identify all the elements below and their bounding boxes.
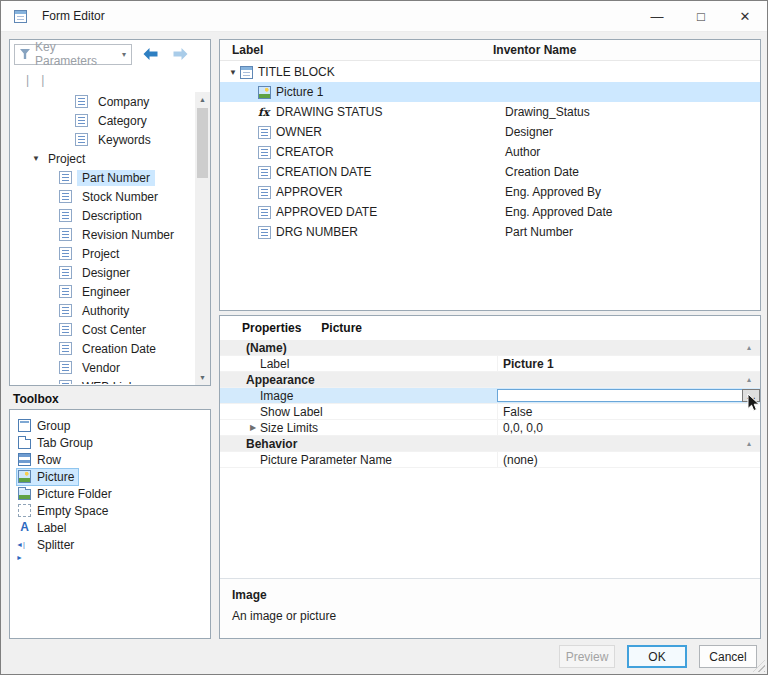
- titlebar: Form Editor — □ ✕: [1, 1, 767, 32]
- tree-item[interactable]: Authority: [11, 301, 194, 320]
- tree-item[interactable]: Stock Number: [11, 187, 194, 206]
- tree-item[interactable]: Description: [11, 206, 194, 225]
- property-value[interactable]: …: [497, 389, 760, 402]
- preview-button[interactable]: Preview: [559, 645, 615, 668]
- expander-icon[interactable]: ▼: [226, 68, 240, 77]
- property-label: (Name): [220, 341, 287, 355]
- form-tree-row[interactable]: ▼ TITLE BLOCK: [220, 62, 760, 82]
- tree-item[interactable]: ▼ Project: [11, 149, 194, 168]
- form-structure-panel: Label Inventor Name ▼ TITLE BLOCK Pictur…: [219, 39, 761, 311]
- toolbox-item[interactable]: Group: [10, 417, 210, 434]
- property-icon: [59, 228, 72, 241]
- toolbox-item[interactable]: Picture Folder: [10, 485, 210, 502]
- scrollbar-thumb[interactable]: [197, 108, 208, 178]
- collapse-icon[interactable]: ▴: [747, 343, 751, 352]
- toolbox-item-label: Picture: [37, 470, 74, 484]
- column-header-inventor-name[interactable]: Inventor Name: [493, 43, 576, 57]
- column-header-label[interactable]: Label: [220, 43, 493, 57]
- properties-subtitle: Picture: [321, 321, 362, 335]
- row-label: Picture 1: [276, 85, 323, 99]
- cancel-button[interactable]: Cancel: [699, 645, 757, 668]
- form-tree-row[interactable]: OWNER Designer: [220, 122, 760, 142]
- tree-item[interactable]: Project: [11, 244, 194, 263]
- row-label: DRG NUMBER: [276, 225, 358, 239]
- toolbox-item[interactable]: Picture: [10, 468, 210, 485]
- form-tree-row[interactable]: DRAWING STATUS Drawing_Status: [220, 102, 760, 122]
- property-row[interactable]: Image … ▴: [220, 388, 760, 404]
- row-label: APPROVER: [276, 185, 343, 199]
- collapse-icon[interactable]: ▴: [747, 375, 751, 384]
- property-icon: [59, 323, 72, 336]
- form-tree-row[interactable]: Picture 1: [220, 82, 760, 102]
- property-label: Picture Parameter Name: [260, 453, 497, 467]
- tree-item[interactable]: Engineer: [11, 282, 194, 301]
- expander-icon[interactable]: ▼: [29, 154, 43, 163]
- tree-item[interactable]: Part Number: [11, 168, 194, 187]
- property-row[interactable]: ▶ Size Limits 0,0, 0,0 … ▴: [220, 420, 760, 436]
- form-tree-row[interactable]: DRG NUMBER Part Number: [220, 222, 760, 242]
- tree-item-label: Company: [93, 94, 154, 110]
- row-icon: [258, 186, 271, 199]
- tree-item[interactable]: Company: [11, 92, 194, 111]
- scroll-down-icon[interactable]: ▼: [195, 370, 210, 385]
- tree-item-label: Project: [77, 246, 124, 262]
- toolbox-item-icon: [18, 521, 31, 534]
- toolbox-item[interactable]: Splitter: [10, 536, 210, 553]
- tree-item[interactable]: Category: [11, 111, 194, 130]
- ok-button[interactable]: OK: [627, 645, 687, 668]
- tree-item[interactable]: Creation Date: [11, 339, 194, 358]
- tree-item[interactable]: Vendor: [11, 358, 194, 377]
- row-label: OWNER: [276, 125, 322, 139]
- property-value[interactable]: 0,0, 0,0 …: [497, 420, 760, 435]
- forward-button[interactable]: [168, 44, 192, 64]
- row-icon: [240, 66, 253, 79]
- row-inventor-name: Creation Date: [505, 165, 579, 179]
- tab[interactable]: [20, 73, 35, 87]
- tree-item[interactable]: Keywords: [11, 130, 194, 149]
- form-tree-row[interactable]: CREATOR Author: [220, 142, 760, 162]
- form-tree-row[interactable]: APPROVED DATE Eng. Approved Date: [220, 202, 760, 222]
- property-row[interactable]: Label Picture 1 … ▴: [220, 356, 760, 372]
- expander-icon[interactable]: ▶: [246, 423, 260, 432]
- tab[interactable]: [35, 73, 50, 87]
- toolbox-item[interactable]: Row: [10, 451, 210, 468]
- property-value[interactable]: Picture 1 …: [497, 356, 760, 371]
- toolbox-item[interactable]: Tab Group: [10, 434, 210, 451]
- form-tree-row[interactable]: APPROVER Eng. Approved By: [220, 182, 760, 202]
- row-icon: [258, 106, 271, 119]
- tree-item[interactable]: Cost Center: [11, 320, 194, 339]
- toolbox-item-label: Label: [37, 521, 66, 535]
- scroll-up-icon[interactable]: ▲: [195, 92, 210, 107]
- property-row[interactable]: Show Label False … ▴: [220, 404, 760, 420]
- description-text: An image or picture: [232, 609, 748, 623]
- tree-item-label: Designer: [77, 265, 135, 281]
- property-row[interactable]: Behavior … ▴: [220, 436, 760, 452]
- collapse-icon[interactable]: ▴: [747, 439, 751, 448]
- row-icon: [258, 86, 271, 99]
- minimize-button[interactable]: —: [635, 1, 679, 31]
- property-icon: [75, 114, 88, 127]
- property-row[interactable]: (Name) … ▴: [220, 340, 760, 356]
- tree-scrollbar[interactable]: ▲ ▼: [195, 92, 210, 385]
- toolbox-title: Toolbox: [13, 392, 59, 406]
- tree-item-label: Keywords: [93, 132, 156, 148]
- back-button[interactable]: [138, 44, 162, 64]
- tree-item-label: Vendor: [77, 360, 125, 376]
- property-value[interactable]: (none) …: [497, 452, 760, 467]
- property-label: Image: [260, 389, 497, 403]
- toolbox-item[interactable]: Empty Space: [10, 502, 210, 519]
- key-parameters-dropdown[interactable]: Key Parameters ▾: [14, 44, 132, 65]
- row-icon: [258, 146, 271, 159]
- property-value[interactable]: False …: [497, 404, 760, 419]
- property-row[interactable]: Appearance … ▴: [220, 372, 760, 388]
- toolbox-item[interactable]: Label: [10, 519, 210, 536]
- close-button[interactable]: ✕: [723, 1, 767, 31]
- mouse-cursor: [747, 393, 760, 412]
- tree-item[interactable]: WEB Link: [11, 377, 194, 384]
- tree-item[interactable]: Revision Number: [11, 225, 194, 244]
- maximize-button[interactable]: □: [679, 1, 723, 31]
- form-tree-row[interactable]: CREATION DATE Creation Date: [220, 162, 760, 182]
- property-row[interactable]: Picture Parameter Name (none) … ▴: [220, 452, 760, 468]
- row-inventor-name: Eng. Approved By: [505, 185, 601, 199]
- tree-item[interactable]: Designer: [11, 263, 194, 282]
